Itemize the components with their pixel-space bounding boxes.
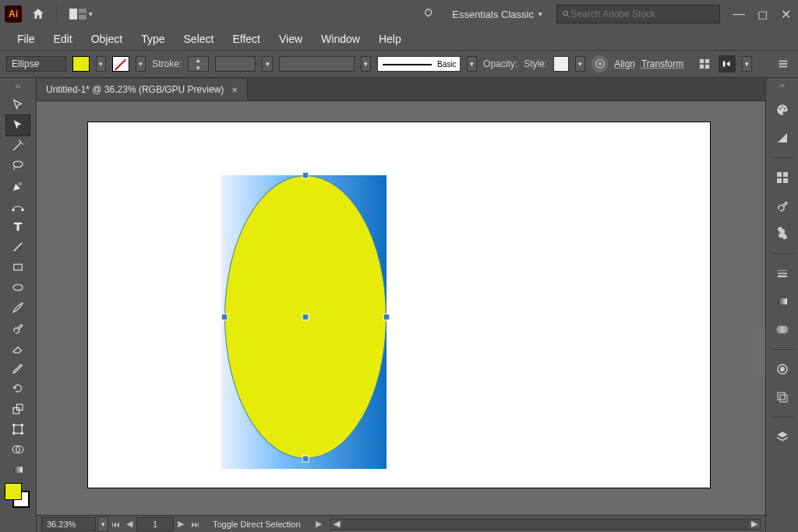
menu-type[interactable]: Type [132,30,174,48]
artboard[interactable] [88,122,710,488]
workspace-switcher[interactable]: Essentials Classic ▾ [444,9,550,20]
symbols-panel[interactable] [772,224,793,244]
line-tool[interactable] [6,237,30,257]
rotate-tool[interactable] [6,379,30,399]
menu-select[interactable]: Select [175,30,224,48]
stroke-color-swatch[interactable] [112,56,129,72]
shape-builder-tool[interactable] [6,439,30,460]
svg-point-4 [563,11,568,16]
swatches-panel[interactable] [772,167,793,188]
svg-rect-13 [779,61,788,62]
ellipse-tool[interactable] [6,277,30,298]
menu-edit[interactable]: Edit [44,30,82,48]
control-bar-menu[interactable] [775,55,792,72]
menu-object[interactable]: Object [82,30,132,48]
anchor-top[interactable] [303,173,309,178]
graphic-styles-panel[interactable] [772,387,793,407]
menu-window[interactable]: Window [312,30,369,48]
close-document-button[interactable]: × [231,84,238,96]
transform-panel-link[interactable]: Transform [641,58,683,69]
stock-search-input[interactable] [570,9,715,19]
vertical-scrollbar-thumb[interactable] [759,329,765,375]
canvas[interactable] [37,101,765,515]
curvature-tool[interactable] [6,196,30,217]
close-button[interactable]: ✕ [778,7,793,21]
rectangle-tool[interactable] [6,257,30,277]
home-button[interactable] [28,4,48,24]
stroke-dropdown[interactable]: ▾ [136,56,147,72]
last-artboard-button[interactable]: ⏭ [188,517,202,531]
stroke-weight-field[interactable] [215,56,256,72]
ellipse-shape-selected[interactable] [224,175,387,459]
variable-width-dropdown[interactable]: ▾ [361,56,372,72]
lasso-tool[interactable] [6,156,30,176]
tools-panel-handle[interactable]: ›› [0,78,36,93]
selection-tool[interactable] [6,95,30,115]
free-transform-tool[interactable] [6,419,30,439]
adobe-stock-search[interactable] [556,5,720,23]
brush-dropdown[interactable]: ▾ [467,56,478,72]
zoom-dropdown[interactable]: ▾ [97,516,108,532]
brushes-panel[interactable] [772,196,793,216]
anchor-left[interactable] [222,315,228,320]
appearance-panel[interactable] [772,359,793,379]
direct-selection-tool[interactable] [6,115,30,136]
anchor-right[interactable] [384,315,390,320]
center-point[interactable] [303,315,309,320]
scale-tool[interactable] [6,399,30,419]
gradient-panel[interactable] [772,291,793,312]
arrange-documents-button[interactable]: ▾ [65,5,96,23]
artboard-index-field[interactable]: 1 [136,517,174,531]
isolate-button[interactable] [696,55,712,72]
zoom-level-field[interactable]: 36.23% [41,517,96,531]
blob-brush-tool[interactable] [6,318,30,338]
status-menu-button[interactable]: ▶ [312,517,326,531]
menu-help[interactable]: Help [369,30,411,48]
stroke-weight-dropdown[interactable]: ▾ [262,56,273,72]
transparency-panel[interactable] [772,319,793,340]
paintbrush-tool[interactable] [6,298,30,318]
menu-file[interactable]: File [8,30,44,48]
minimize-button[interactable]: — [731,7,747,21]
recolor-artwork-button[interactable] [591,55,608,72]
stroke-panel[interactable] [772,263,793,284]
scroll-right-button[interactable]: ▶ [749,520,760,529]
stroke-weight-stepper[interactable]: ▴▾ [188,56,209,72]
scroll-left-button[interactable]: ◀ [331,520,342,529]
panel-dock-handle[interactable]: ‹‹ [779,81,785,92]
gradient-tool[interactable] [6,460,30,480]
align-panel-link[interactable]: Align [614,58,635,69]
horizontal-scrollbar[interactable]: ◀ ▶ [330,519,761,530]
anchor-bottom[interactable] [303,456,309,462]
maximize-button[interactable]: ◻ [754,7,770,21]
color-guide-panel[interactable] [772,128,793,148]
color-panel[interactable] [772,100,793,120]
prev-artboard-button[interactable]: ◀ [122,517,136,531]
workspace: ›› [0,78,798,532]
style-dropdown[interactable]: ▾ [575,56,586,72]
eraser-tool[interactable] [6,338,30,358]
fill-dropdown[interactable]: ▾ [96,56,107,72]
layers-panel[interactable] [772,427,793,447]
variable-width-profile[interactable] [279,56,355,72]
brush-definition[interactable]: Basic [377,56,460,72]
fill-color-swatch[interactable] [72,56,89,72]
svg-rect-11 [705,65,709,69]
first-artboard-button[interactable]: ⏮ [108,517,122,531]
type-tool[interactable] [6,217,30,237]
control-menu-dropdown[interactable]: ▾ [742,56,753,72]
document-tab[interactable]: Untitled-1* @ 36.23% (RGB/GPU Preview) × [37,79,248,100]
pen-tool[interactable] [6,176,30,196]
discover-icon[interactable] [421,5,438,23]
svg-rect-32 [13,467,23,473]
magic-wand-tool[interactable] [6,136,30,156]
fill-stroke-indicator[interactable] [5,483,31,513]
toggle-panel-button[interactable] [719,55,735,72]
next-artboard-button[interactable]: ▶ [174,517,188,531]
fill-indicator[interactable] [5,483,22,500]
menu-view[interactable]: View [270,30,312,48]
pencil-tool[interactable] [6,358,30,379]
menu-effect[interactable]: Effect [223,30,270,48]
svg-point-18 [12,209,14,210]
graphic-style-swatch[interactable] [553,56,568,72]
